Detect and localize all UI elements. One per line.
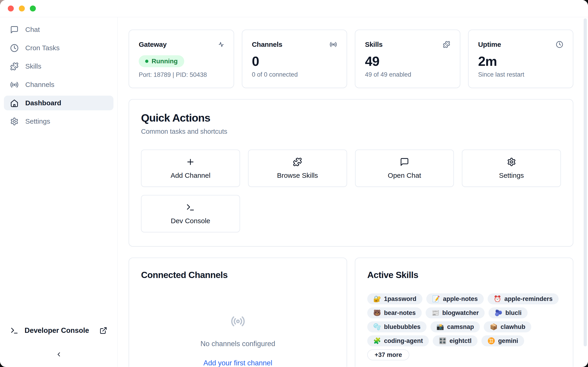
stat-subtext: Since last restart: [478, 71, 563, 78]
skill-badge: 📸 camsnap: [431, 321, 480, 332]
sidebar-item-label: Dashboard: [25, 99, 61, 107]
settings-icon: [10, 117, 19, 126]
skill-name: blogwatcher: [442, 309, 479, 317]
sidebar-nav: Chat Cron Tasks Skills Channels: [4, 22, 113, 132]
stat-card: Uptime 2m Since last restart: [468, 30, 573, 88]
house-icon: [10, 99, 19, 107]
stat-value: 2m: [478, 54, 563, 68]
connected-channels-card: Connected Channels No channels configure…: [129, 258, 347, 367]
active-skills-card: Active Skills 🔐 1password 📝 apple-notes: [355, 258, 573, 367]
quick-action-button[interactable]: Open Chat: [355, 150, 454, 187]
vertical-scrollbar[interactable]: [584, 18, 587, 346]
skill-badge: 📰 blogwatcher: [426, 307, 485, 318]
skill-emoji-icon: ♊: [487, 338, 495, 344]
clock-icon: [10, 44, 19, 52]
plus-icon: [186, 157, 195, 167]
status-badge-label: Running: [152, 58, 178, 65]
stat-card-title: Uptime: [478, 41, 501, 48]
skill-name: clawhub: [501, 323, 525, 331]
sidebar: Chat Cron Tasks Skills Channels: [0, 17, 118, 367]
active-skills-title: Active Skills: [367, 270, 561, 280]
stat-card-title: Gateway: [139, 41, 166, 48]
main-content: Gateway Running Port: 18789 | PID: 50438: [118, 17, 588, 367]
puzzle-icon: [293, 157, 302, 167]
activity-icon: [216, 41, 224, 48]
stat-card-title: Skills: [365, 41, 383, 48]
skill-emoji-icon: 🐻: [373, 310, 381, 316]
stat-subtext: 0 of 0 connected: [252, 71, 337, 78]
skill-emoji-icon: 📦: [490, 324, 498, 330]
quick-action-label: Browse Skills: [277, 172, 318, 179]
skill-badge: 📦 clawhub: [484, 321, 531, 332]
sidebar-item[interactable]: Settings: [4, 114, 113, 129]
skill-badge: 🫧 bluebubbles: [367, 321, 426, 332]
connected-channels-title: Connected Channels: [141, 270, 335, 280]
skill-emoji-icon: 🫐: [494, 310, 502, 316]
skill-emoji-icon: 🫧: [373, 324, 381, 330]
sidebar-item[interactable]: Chat: [4, 22, 113, 37]
collapse-sidebar-button[interactable]: [52, 348, 65, 361]
skill-name: bluebubbles: [384, 323, 421, 331]
puzzle-icon: [443, 41, 450, 48]
channels-empty-state: No channels configured Add your first ch…: [141, 314, 335, 367]
quick-action-button[interactable]: Add Channel: [141, 150, 240, 187]
skill-name: coding-agent: [384, 337, 423, 344]
stat-subtext: Port: 18789 | PID: 50438: [139, 71, 224, 78]
quick-action-button[interactable]: Settings: [462, 150, 561, 187]
sidebar-item-label: Cron Tasks: [25, 44, 60, 52]
more-skills-button[interactable]: +37 more: [367, 349, 409, 360]
settings-icon: [507, 157, 516, 167]
close-window-button[interactable]: [8, 6, 14, 11]
skill-name: gemini: [498, 337, 518, 344]
stat-value: 49: [365, 54, 450, 68]
skill-name: camsnap: [447, 323, 474, 331]
skill-emoji-icon: 📰: [432, 310, 439, 316]
quick-action-button[interactable]: Browse Skills: [248, 150, 347, 187]
quick-action-label: Open Chat: [388, 172, 421, 179]
stat-value: 0: [252, 54, 337, 68]
skill-badge: 🧩 coding-agent: [367, 335, 429, 346]
skill-emoji-icon: 📝: [432, 296, 440, 302]
stats-row: Gateway Running Port: 18789 | PID: 50438: [129, 30, 573, 88]
sidebar-item-label: Skills: [25, 62, 41, 70]
skill-badge: 🐻 bear-notes: [367, 307, 422, 318]
skill-emoji-icon: 🔐: [373, 296, 381, 302]
skill-name: eightctl: [450, 337, 472, 344]
external-link-icon: [99, 327, 107, 334]
status-dot-icon: [145, 60, 148, 63]
radio-icon: [10, 81, 19, 89]
skill-name: blucli: [505, 309, 522, 317]
app-window: Chat Cron Tasks Skills Channels: [0, 0, 588, 367]
skill-badge: ♊ gemini: [481, 335, 524, 346]
stat-card: Channels 0 0 of 0 connected: [242, 30, 347, 88]
message-square-icon: [10, 25, 19, 34]
titlebar: [0, 0, 588, 17]
clock-icon: [556, 41, 563, 48]
skill-emoji-icon: ⏰: [493, 296, 502, 302]
quick-actions-title: Quick Actions: [141, 111, 561, 124]
status-badge: Running: [139, 55, 184, 67]
minimize-window-button[interactable]: [19, 6, 25, 11]
skill-badge: 🫐 blucli: [489, 307, 527, 318]
quick-actions-subtitle: Common tasks and shortcuts: [141, 128, 561, 135]
radio-icon: [330, 41, 337, 48]
zoom-window-button[interactable]: [30, 6, 36, 11]
quick-actions-card: Quick Actions Common tasks and shortcuts…: [129, 99, 573, 247]
skill-name: apple-notes: [443, 295, 478, 302]
skill-name: 1password: [384, 295, 416, 302]
terminal-icon: [10, 326, 19, 335]
sidebar-item-label: Settings: [25, 117, 50, 125]
add-first-channel-link[interactable]: Add your first channel: [204, 359, 272, 367]
sidebar-item[interactable]: Skills: [4, 59, 113, 74]
developer-console-label: Developer Console: [25, 326, 89, 335]
terminal-icon: [186, 203, 195, 212]
sidebar-item-label: Chat: [25, 26, 40, 33]
sidebar-item[interactable]: Cron Tasks: [4, 41, 113, 55]
sidebar-item[interactable]: Dashboard: [4, 96, 113, 110]
quick-action-button[interactable]: Dev Console: [141, 195, 240, 232]
stat-card: Skills 49 49 of 49 enabled: [355, 30, 460, 88]
skill-badge: 🎛️ eightctl: [433, 335, 477, 346]
skill-badge: 📝 apple-notes: [426, 293, 484, 304]
sidebar-item[interactable]: Channels: [4, 77, 113, 92]
developer-console-button[interactable]: Developer Console: [4, 323, 113, 338]
